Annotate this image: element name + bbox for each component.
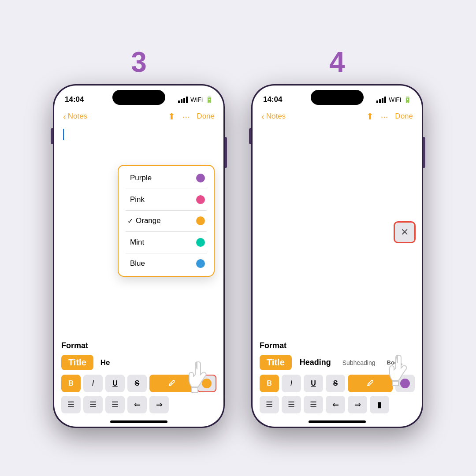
- signal-bars-3: [178, 97, 188, 103]
- more-icon-3[interactable]: ···: [182, 112, 190, 122]
- indent-left-btn-3[interactable]: ⇐: [127, 396, 147, 413]
- check-orange: ✓: [127, 217, 133, 225]
- unordered-list-btn-4[interactable]: ☰: [260, 396, 279, 413]
- share-icon-4[interactable]: ⬆: [366, 111, 374, 122]
- subheading-btn-4[interactable]: Subheading: [339, 357, 379, 368]
- step-3-number: 3: [131, 48, 147, 76]
- color-orange[interactable]: ✓ Orange: [119, 210, 214, 231]
- time-4: 14:04: [263, 95, 282, 104]
- phone-4: 14:04 WiFi 🔋: [251, 84, 423, 428]
- indent-right-btn-3[interactable]: ⇒: [149, 396, 169, 413]
- wifi-icon-3: WiFi: [190, 96, 203, 103]
- signal-bars-4: [376, 97, 386, 103]
- more-icon-4[interactable]: ···: [381, 112, 388, 122]
- pink-dot: [196, 195, 205, 204]
- back-button-3[interactable]: ‹ Notes: [63, 112, 87, 122]
- close-btn-4[interactable]: ✕: [394, 221, 416, 243]
- close-btn-container: ✕: [394, 221, 416, 243]
- bold-btn-3[interactable]: B: [61, 375, 81, 392]
- strike-btn-4[interactable]: S: [326, 375, 345, 392]
- color-picker-3[interactable]: Purple Pink ✓ Orange Min: [118, 165, 215, 277]
- wifi-icon-4: WiFi: [389, 96, 401, 103]
- underline-btn-3[interactable]: U: [105, 375, 125, 392]
- indent-right-btn-4[interactable]: ⇒: [348, 396, 367, 413]
- chevron-icon-4: ‹: [261, 112, 264, 122]
- phone-3-inner: 14:04 WiFi 🔋: [54, 86, 223, 427]
- nav-actions-4: ⬆ ··· Done: [366, 111, 413, 122]
- time-3: 14:04: [65, 95, 84, 104]
- list-format-row-4: ☰ ☰ ☰ ⇐ ⇒ ▮: [260, 396, 415, 413]
- hand-cursor-4: [380, 354, 415, 394]
- nav-actions-3: ⬆ ··· Done: [168, 111, 215, 122]
- share-icon-3[interactable]: ⬆: [168, 111, 175, 122]
- numbered-list-btn-3[interactable]: ☰: [105, 396, 125, 413]
- battery-icon-4: 🔋: [404, 96, 411, 103]
- home-indicator-3: [110, 420, 167, 423]
- back-label-3: Notes: [68, 112, 87, 121]
- back-button-4[interactable]: ‹ Notes: [261, 112, 286, 122]
- ordered-list-btn-4[interactable]: ☰: [282, 396, 301, 413]
- status-bar-3: 14:04 WiFi 🔋: [54, 86, 223, 108]
- main-container: 3 14:04 WiFi 🔋: [53, 48, 423, 428]
- blue-dot: [196, 259, 205, 268]
- chevron-icon-3: ‹: [63, 112, 66, 122]
- status-icons-4: WiFi 🔋: [376, 96, 411, 103]
- format-label-4: Format: [260, 341, 415, 350]
- phone-4-inner: 14:04 WiFi 🔋: [253, 86, 422, 427]
- unordered-list-btn-3[interactable]: ☰: [61, 396, 81, 413]
- italic-btn-3[interactable]: I: [83, 375, 103, 392]
- nav-bar-3: ‹ Notes ⬆ ··· Done: [54, 108, 223, 125]
- back-label-4: Notes: [266, 112, 286, 121]
- mint-dot: [196, 238, 205, 247]
- dynamic-island-3: [112, 90, 165, 105]
- home-indicator-4: [309, 420, 366, 423]
- status-bar-4: 14:04 WiFi 🔋: [253, 86, 422, 108]
- color-mint[interactable]: Mint: [119, 232, 214, 253]
- ordered-list-btn-3[interactable]: ☰: [83, 396, 103, 413]
- phone-3: 14:04 WiFi 🔋: [53, 84, 225, 428]
- numbered-list-btn-4[interactable]: ☰: [304, 396, 323, 413]
- done-button-4[interactable]: Done: [395, 112, 413, 121]
- step-4-number: 4: [329, 48, 345, 76]
- done-button-3[interactable]: Done: [197, 112, 215, 121]
- text-cursor-3: [63, 129, 64, 140]
- color-pink[interactable]: Pink: [119, 189, 214, 210]
- extra-btn-4[interactable]: ▮: [370, 396, 389, 413]
- indent-left-btn-4[interactable]: ⇐: [326, 396, 345, 413]
- hand-cursor-3: [179, 361, 215, 400]
- color-pink-label: Pink: [130, 195, 145, 204]
- step-3-wrapper: 3 14:04 WiFi 🔋: [53, 48, 225, 428]
- heading-short-3[interactable]: He: [97, 357, 114, 369]
- underline-btn-4[interactable]: U: [304, 375, 323, 392]
- bold-btn-4[interactable]: B: [260, 375, 279, 392]
- color-blue-label: Blue: [130, 259, 145, 268]
- format-label-3: Format: [61, 341, 216, 350]
- color-blue[interactable]: Blue: [119, 253, 214, 274]
- dynamic-island-4: [311, 90, 364, 105]
- title-btn-3[interactable]: Title: [61, 355, 93, 370]
- status-icons-3: WiFi 🔋: [178, 96, 213, 103]
- orange-dot: [196, 216, 205, 225]
- step-4-wrapper: 4 14:04 WiFi 🔋: [251, 48, 423, 428]
- nav-bar-4: ‹ Notes ⬆ ··· Done: [253, 108, 422, 125]
- purple-dot: [196, 174, 205, 182]
- color-orange-label: Orange: [136, 216, 161, 225]
- color-purple[interactable]: Purple: [119, 167, 214, 189]
- heading-btn-4[interactable]: Heading: [296, 356, 335, 369]
- color-purple-label: Purple: [130, 174, 152, 182]
- strike-btn-3[interactable]: S: [127, 375, 147, 392]
- italic-btn-4[interactable]: I: [282, 375, 301, 392]
- color-mint-label: Mint: [130, 238, 144, 247]
- battery-icon-3: 🔋: [205, 96, 213, 103]
- title-btn-4[interactable]: Title: [260, 355, 292, 370]
